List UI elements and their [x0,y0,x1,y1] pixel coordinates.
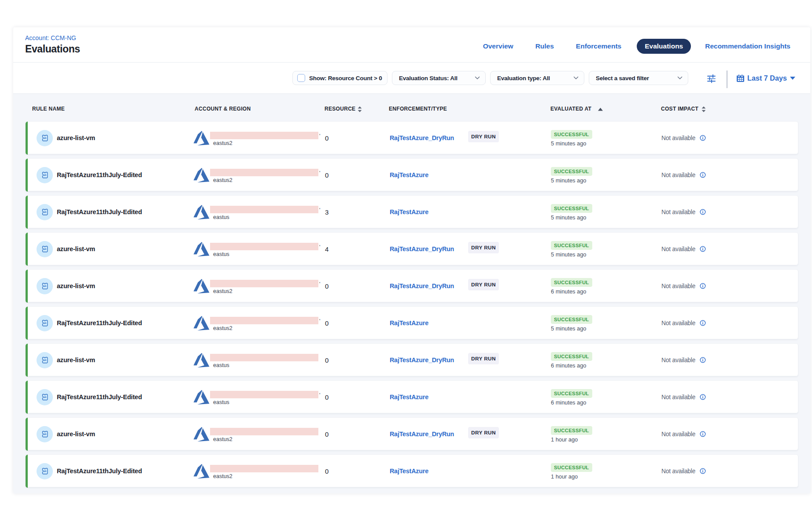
table-row[interactable]: RajTestAzure11thJuly-Edited eastus2 0 Ra… [25,454,798,487]
sort-asc-desc-icon[interactable] [357,106,362,112]
filter-sliders-icon[interactable] [707,74,716,83]
column-header-rule-name[interactable]: RULE NAME [32,106,65,112]
account-breadcrumb[interactable]: Account: CCM-NG [25,34,76,41]
table-row[interactable]: RajTestAzure11thJuly-Edited ' eastus 3 R… [25,195,798,228]
evaluated-time: 5 minutes ago [551,177,586,184]
enforcement-link[interactable]: RajTestAzure_DryRun [390,270,454,303]
evaluated-time: 5 minutes ago [551,214,586,221]
evaluation-type-dropdown[interactable]: Evaluation type: All [490,71,584,85]
info-circle-icon[interactable] [700,394,706,400]
column-header-account-region[interactable]: ACCOUNT & REGION [195,106,251,112]
calendar-icon [736,74,745,82]
rule-avatar [37,389,53,405]
chevron-down-icon [573,76,579,80]
info-circle-icon[interactable] [700,283,706,289]
info-circle-icon[interactable] [700,468,706,474]
governance-rule-icon [41,430,49,438]
rule-name: RajTestAzure11thJuly-Edited [57,455,142,488]
redaction-tail: ' [319,281,320,287]
evaluated-time: 6 minutes ago [551,399,586,406]
azure-logo-icon [193,353,210,367]
table-row[interactable]: azure-list-vm eastus 0 RajTestAzure_DryR… [25,343,798,376]
tab-enforcements[interactable]: Enforcements [576,42,621,50]
evaluation-status-dropdown[interactable]: Evaluation Status: All [392,71,486,85]
info-circle-icon[interactable] [700,172,706,178]
column-header-resource[interactable]: RESOURCE [325,106,355,112]
enforcement-link[interactable]: RajTestAzure_DryRun [390,122,454,155]
region-label: eastus [213,251,229,257]
evaluated-time: 5 minutes ago [551,325,586,332]
saved-filter-value: Select a saved filter [596,75,649,82]
enforcement-link[interactable]: RajTestAzure_DryRun [390,233,454,266]
info-circle-icon[interactable] [700,431,706,437]
rule-avatar [37,204,53,220]
account-name-redacted [210,243,318,250]
info-circle-icon[interactable] [700,357,706,363]
row-status-bar [26,307,28,340]
table-row[interactable]: RajTestAzure11thJuly-Edited ' eastus2 0 … [25,306,798,339]
tab-recommendation-insights[interactable]: Recommendation Insights [705,42,790,50]
info-circle-icon[interactable] [700,209,706,215]
evaluated-time: 1 hour ago [551,436,578,443]
row-status-bar [26,270,28,303]
resource-count: 0 [325,455,328,488]
table-row[interactable]: azure-list-vm ' eastus2 0 RajTestAzure_D… [25,269,798,302]
enforcement-link[interactable]: RajTestAzure_DryRun [390,344,454,377]
info-circle-icon[interactable] [700,320,706,326]
info-circle-icon[interactable] [700,135,706,141]
evaluation-type-value: Evaluation type: All [497,75,550,82]
tab-rules[interactable]: Rules [535,42,554,50]
enforcement-link[interactable]: RajTestAzure_DryRun [390,418,454,451]
account-name-redacted [210,280,318,287]
region-label: eastus2 [213,140,233,146]
chevron-down-icon [677,76,683,80]
cost-impact-cell: Not available [661,344,706,377]
resource-count-filter[interactable]: Show: Resource Count > 0 [292,71,388,85]
column-header-evaluated-at[interactable]: EVALUATED AT [550,106,591,112]
tab-bar: Overview Rules Enforcements Evaluations … [483,29,790,63]
governance-rule-icon [41,282,49,290]
status-badge: SUCCESSFUL [551,241,592,250]
rule-name: azure-list-vm [57,233,95,266]
enforcement-link[interactable]: RajTestAzure [390,159,428,192]
column-header-cost-impact[interactable]: COST IMPACT [661,106,698,112]
enforcement-link[interactable]: RajTestAzure [390,196,428,229]
dry-run-badge: DRY RUN [468,353,499,364]
governance-rule-icon [41,393,49,401]
account-name-redacted [210,428,318,435]
rule-name: azure-list-vm [57,122,95,155]
table-row[interactable]: RajTestAzure11thJuly-Edited ' eastus2 0 … [25,158,798,191]
enforcement-link[interactable]: RajTestAzure [390,307,428,340]
caret-down-icon [790,76,796,80]
saved-filter-dropdown[interactable]: Select a saved filter [589,71,688,85]
info-circle-icon[interactable] [700,246,706,252]
governance-rule-icon [41,134,49,142]
rule-avatar [37,278,53,294]
table-row[interactable]: azure-list-vm ' eastus 4 RajTestAzure_Dr… [25,232,798,265]
redaction-tail: ' [319,133,320,139]
redaction-tail: ' [319,207,320,213]
cost-impact-cell: Not available [661,455,706,488]
enforcement-link[interactable]: RajTestAzure [390,455,428,488]
table-row[interactable]: azure-list-vm ' eastus2 0 RajTestAzure_D… [25,121,798,154]
table-row[interactable]: azure-list-vm eastus2 0 RajTestAzure_Dry… [25,417,798,450]
status-badge: SUCCESSFUL [551,389,592,398]
date-range-picker[interactable]: Last 7 Days [736,71,796,85]
row-status-bar [26,196,28,229]
region-label: eastus [213,362,229,368]
tab-overview[interactable]: Overview [483,42,513,50]
sort-asc-desc-icon[interactable] [701,106,706,112]
status-badge: SUCCESSFUL [551,426,592,435]
column-header-enforcement-type[interactable]: ENFORCEMENT/TYPE [389,106,447,112]
azure-logo-icon [193,168,210,182]
governance-rule-icon [41,171,49,179]
sort-asc-icon[interactable] [598,108,603,111]
azure-logo-icon [193,205,210,219]
table-row[interactable]: RajTestAzure11thJuly-Edited ' eastus 0 R… [25,380,798,413]
region-label: eastus2 [213,325,233,331]
tab-evaluations[interactable]: Evaluations [637,39,691,54]
resource-count-checkbox[interactable] [297,74,305,82]
rule-name: azure-list-vm [57,270,95,303]
redaction-tail: ' [319,244,320,250]
enforcement-link[interactable]: RajTestAzure [390,381,428,414]
